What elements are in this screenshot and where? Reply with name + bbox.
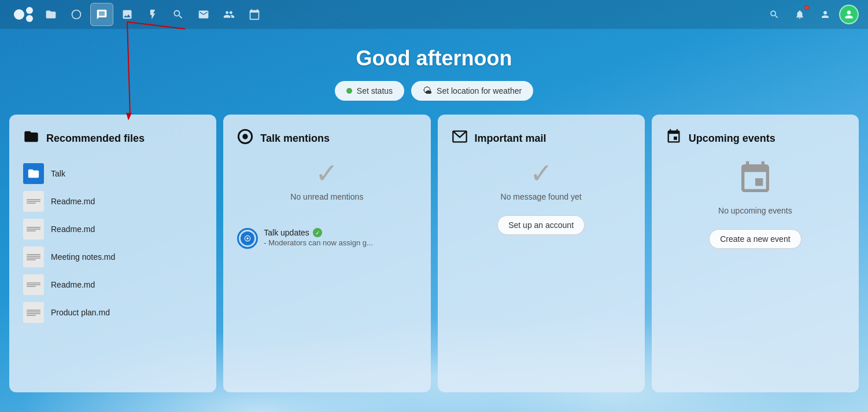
talk-avatar-inner — [241, 231, 254, 245]
list-item[interactable]: Meeting notes.md — [23, 243, 202, 271]
nav-status[interactable] — [65, 3, 88, 26]
list-item[interactable]: Product plan.md — [23, 299, 202, 326]
topbar-search-icon[interactable] — [763, 3, 786, 26]
doc-icon — [23, 274, 44, 295]
talk-empty-text: No unread mentions — [290, 192, 363, 201]
list-item[interactable]: Readme.md — [23, 187, 202, 215]
upcoming-events-title: Upcoming events — [689, 133, 775, 145]
user-avatar[interactable] — [839, 5, 859, 24]
nav-photos[interactable] — [116, 3, 139, 26]
svg-point-7 — [247, 237, 249, 240]
file-name: Readme.md — [51, 197, 95, 206]
recommended-files-header: Recommended files — [23, 128, 202, 148]
nav-mail[interactable] — [192, 3, 215, 26]
doc-icon — [23, 219, 44, 240]
talk-empty-state: ✓ No unread mentions — [237, 160, 416, 211]
upcoming-events-header: Upcoming events — [666, 128, 845, 148]
talk-avatar — [237, 228, 258, 249]
talk-mentions-header: Talk mentions — [237, 128, 416, 148]
talk-update-title: Talk updates ✓ — [264, 228, 373, 237]
folder-icon — [23, 163, 44, 184]
file-name: Product plan.md — [51, 308, 110, 317]
nav-search[interactable] — [167, 3, 190, 26]
nav-contacts[interactable] — [217, 3, 241, 26]
list-item[interactable]: Readme.md — [23, 271, 202, 299]
list-item[interactable]: Talk — [23, 160, 202, 187]
talk-mentions-card: Talk mentions ✓ No unread mentions Talk … — [223, 115, 430, 392]
greeting-title: Good afternoon — [0, 46, 868, 71]
talk-mentions-title: Talk mentions — [260, 133, 330, 145]
important-mail-title: Important mail — [475, 133, 546, 145]
set-status-label: Set status — [357, 86, 393, 95]
mail-card-icon — [452, 128, 468, 148]
weather-icon: 🌤 — [423, 86, 432, 96]
nav-activity[interactable] — [141, 3, 164, 26]
talk-card-icon — [237, 128, 253, 148]
file-name: Meeting notes.md — [51, 252, 115, 262]
doc-icon — [23, 191, 44, 212]
doc-icon — [23, 247, 44, 267]
recommended-files-title: Recommended files — [46, 133, 145, 145]
cards-container: Recommended files Talk Readme.md Readme.… — [0, 115, 868, 392]
header-actions: Set status 🌤 Set location for weather — [0, 81, 868, 101]
create-event-button[interactable]: Create a new event — [709, 229, 801, 249]
svg-point-3 — [72, 10, 81, 19]
set-weather-button[interactable]: 🌤 Set location for weather — [411, 81, 533, 101]
files-card-icon — [23, 128, 39, 148]
doc-icon — [23, 302, 44, 323]
verified-badge: ✓ — [313, 228, 322, 237]
nav-files[interactable] — [39, 3, 62, 26]
events-empty-state: No upcoming events Create a new event — [666, 160, 845, 249]
events-card-icon — [666, 128, 682, 148]
mail-empty-state: ✓ No message found yet Set up an account — [452, 160, 631, 235]
page-header: Good afternoon Set status 🌤 Set location… — [0, 29, 868, 115]
set-weather-label: Set location for weather — [437, 86, 522, 95]
important-mail-card: Important mail ✓ No message found yet Se… — [438, 115, 645, 392]
file-name: Readme.md — [51, 225, 95, 234]
nav-talk[interactable] — [90, 3, 113, 26]
checkmark-icon: ✓ — [315, 160, 338, 187]
svg-point-5 — [243, 134, 248, 139]
upcoming-events-card: Upcoming events No upcoming events Creat… — [652, 115, 859, 392]
topbar-left — [9, 3, 266, 26]
file-name: Readme.md — [51, 280, 95, 289]
talk-update-item[interactable]: Talk updates ✓ - Moderators can now assi… — [237, 222, 416, 255]
topbar-right — [763, 3, 859, 26]
set-up-account-button[interactable]: Set up an account — [497, 215, 585, 235]
mail-empty-text: No message found yet — [501, 192, 582, 201]
topbar — [0, 0, 868, 29]
mail-checkmark-icon: ✓ — [530, 160, 553, 187]
topbar-contacts-icon[interactable] — [814, 3, 837, 26]
notifications-icon[interactable] — [788, 3, 811, 26]
recommended-files-card: Recommended files Talk Readme.md Readme.… — [9, 115, 216, 392]
status-dot — [346, 88, 352, 94]
list-item[interactable]: Readme.md — [23, 215, 202, 243]
calendar-large-icon — [737, 160, 774, 199]
events-empty-text: No upcoming events — [718, 206, 792, 215]
file-name: Talk — [51, 169, 65, 178]
important-mail-header: Important mail — [452, 128, 631, 148]
talk-update-content: Talk updates ✓ - Moderators can now assi… — [264, 228, 373, 247]
nextcloud-logo[interactable] — [9, 3, 37, 26]
nav-calendar[interactable] — [243, 3, 266, 26]
set-status-button[interactable]: Set status — [335, 81, 404, 101]
talk-update-sub: - Moderators can now assign g... — [264, 238, 373, 247]
